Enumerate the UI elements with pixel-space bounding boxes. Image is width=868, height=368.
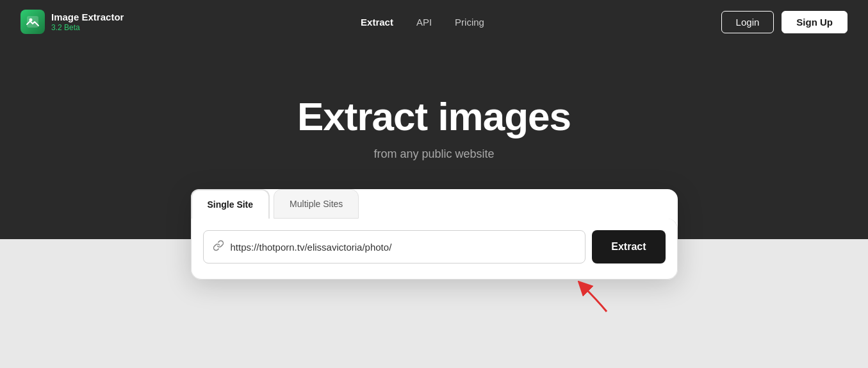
url-input-wrapper [203,230,586,263]
link-icon [213,240,224,254]
logo-title: Image Extractor [51,12,124,23]
auth-buttons: Login Sign Up [721,11,848,33]
red-arrow-indicator [578,281,616,315]
logo-icon [20,10,45,34]
tab-multiple-sites[interactable]: Multiple Sites [274,189,359,219]
main-nav: Extract API Pricing [361,17,484,28]
nav-api[interactable]: API [416,17,432,28]
hero-subtitle: from any public website [373,147,494,161]
login-button[interactable]: Login [721,11,774,33]
input-row: Extract [191,219,678,280]
extract-button[interactable]: Extract [592,230,665,263]
tab-row: Single Site Multiple Sites [191,189,678,219]
hero-title: Extract images [297,95,571,138]
logo-subtitle: 3.2 Beta [51,23,124,32]
header: Image Extractor 3.2 Beta Extract API Pri… [0,0,868,44]
hero-content: Extract images from any public website S… [191,44,678,280]
svg-rect-0 [27,16,38,28]
tab-single-site[interactable]: Single Site [191,189,270,219]
signup-button[interactable]: Sign Up [782,11,848,33]
nav-extract[interactable]: Extract [361,17,393,28]
logo-area: Image Extractor 3.2 Beta [20,10,124,34]
logo-text-group: Image Extractor 3.2 Beta [51,12,124,32]
nav-pricing[interactable]: Pricing [455,17,484,28]
url-input[interactable] [231,242,577,253]
extract-card: Single Site Multiple Sites Extract [191,189,678,280]
hero-section: Extract images from any public website S… [0,0,868,368]
